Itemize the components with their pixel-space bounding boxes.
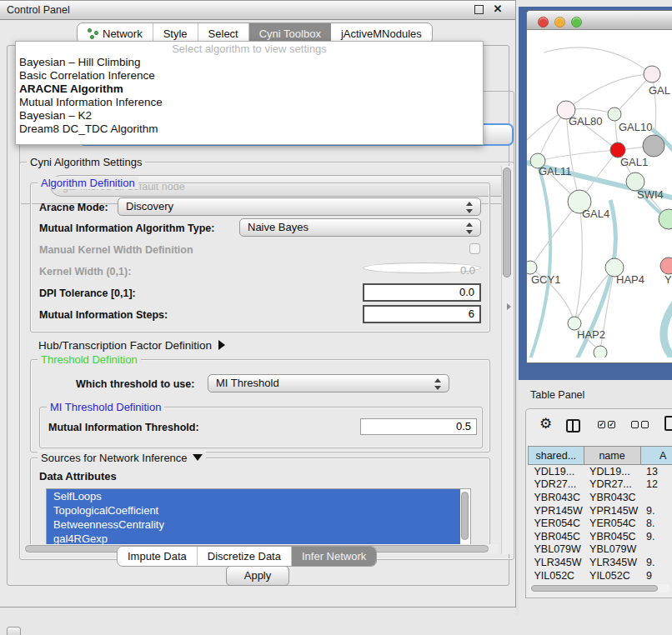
column-header[interactable]: name (584, 447, 640, 465)
table-row[interactable]: YBR043CYBR043C (529, 491, 672, 504)
algorithm-option[interactable]: Mutual Information Inference (16, 96, 483, 109)
mi-type-value: Naive Bayes (248, 221, 308, 233)
data-attributes-list[interactable]: SelfLoopsTopologicalCoefficientBetweenne… (46, 488, 471, 550)
table-cell: YBR045C (529, 530, 584, 543)
kernel-width-label: Kernel Width (0,1): (39, 266, 131, 278)
node-gray[interactable] (643, 135, 664, 157)
mi-threshold-definition-title: MI Threshold Definition (47, 401, 164, 413)
which-threshold-combo[interactable]: MI Threshold (208, 374, 449, 392)
which-threshold-value: MI Threshold (216, 377, 279, 389)
node-label: GCY1 (531, 273, 560, 286)
table-row[interactable]: YER054CYER054C8. (529, 517, 672, 530)
scrollbar-thumb[interactable] (461, 492, 469, 540)
data-attributes-label: Data Attributes (39, 470, 117, 482)
table-cell: 9. (640, 530, 672, 543)
node-label: SWI4 (637, 188, 664, 201)
table-cell: YBR045C (584, 530, 640, 543)
gear-icon[interactable]: ⚙ (539, 417, 552, 431)
settings-group-title: Cyni Algorithm Settings (27, 156, 145, 168)
float-window-icon[interactable] (474, 5, 484, 14)
mi-type-combo[interactable]: Naive Bayes (239, 218, 481, 237)
network-edge (544, 48, 652, 74)
network-view-window: GALGAL80GAL10GAL1GAL11SWI4GAL4GCY1HAP4YH… (526, 10, 672, 363)
apply-button[interactable]: Apply (226, 566, 289, 586)
list-vertical-scrollbar[interactable] (460, 490, 469, 550)
node-GCY1[interactable] (527, 261, 537, 274)
algorithm-dropdown-popup: Select algorithm to view settings Bayesi… (15, 41, 484, 145)
node-label: HAP4 (616, 273, 644, 286)
minimized-panel-button[interactable] (7, 627, 21, 635)
table-cell: 12 (640, 478, 672, 492)
table-cell: 9 (640, 569, 672, 582)
select-all-icon[interactable]: ✓ ✓ (598, 421, 615, 428)
close-traffic-light-icon[interactable] (538, 17, 549, 28)
table-cell: YDL19... (584, 465, 640, 478)
deselect-all-icon[interactable] (631, 421, 649, 428)
dpi-tolerance-field[interactable]: 0.0 (363, 283, 481, 302)
expander-collapsed-icon (218, 340, 225, 350)
algorithm-option[interactable]: Dream8 DC_TDC Algorithm (16, 122, 483, 136)
algorithm-option[interactable]: Basic Correlation Inference (16, 69, 483, 82)
table-cell: YIL052C (529, 569, 584, 582)
threshold-definition-group: Threshold Definition Which threshold to … (30, 359, 490, 452)
zoom-traffic-light-icon[interactable] (571, 17, 582, 28)
table-horizontal-scrollbar[interactable] (529, 584, 669, 592)
table-row[interactable]: YIL052CYIL052C9 (529, 569, 672, 582)
scrollbar-thumb[interactable] (531, 585, 658, 592)
document-icon[interactable] (664, 416, 672, 431)
tab-infer-network[interactable]: Infer Network (292, 547, 376, 566)
minimize-traffic-light-icon[interactable] (554, 17, 565, 28)
control-panel-titlebar: Control Panel ✕ (0, 1, 515, 20)
attribute-item[interactable]: TopologicalCoefficient (47, 503, 460, 518)
table-cell: 13 (640, 465, 672, 478)
network-canvas[interactable]: GALGAL80GAL10GAL1GAL11SWI4GAL4GCY1HAP4YH… (527, 29, 672, 358)
kernel-width-field[interactable]: 0.0 (363, 262, 481, 273)
table-cell: 9. (640, 504, 672, 518)
table-cell (640, 543, 672, 557)
divider-collapse-icon[interactable] (507, 303, 511, 310)
table-row[interactable]: YBR045CYBR045C9. (529, 530, 672, 543)
manual-kernel-checkbox[interactable] (469, 243, 480, 254)
table-cell: YDR27... (529, 478, 584, 492)
sources-title-text: Sources for Network Inference (41, 452, 188, 464)
table-cell: YBL079W (529, 543, 584, 557)
tab-discretize-data[interactable]: Discretize Data (198, 547, 292, 566)
table-row[interactable]: YPR145WYPR145W9. (529, 504, 672, 518)
table-panel-region: Table Panel ⚙ ✓ ✓ shared...nameA YDL19..… (519, 380, 672, 635)
split-view-icon[interactable] (566, 419, 580, 432)
node-GAL10[interactable] (608, 108, 621, 121)
sources-group-title[interactable]: Sources for Network Inference (38, 452, 206, 464)
table-row[interactable]: YDR27...YDR27...12 (529, 478, 672, 492)
mi-steps-field[interactable]: 6 (363, 305, 481, 323)
table-row[interactable]: YBL079WYBL079W (529, 543, 672, 557)
node-pink-top[interactable] (644, 66, 660, 82)
table-row[interactable]: YDL19...YDL19...13 (529, 465, 672, 478)
algorithm-option[interactable]: ARACNE Algorithm (16, 82, 483, 96)
unchecked-box-icon (631, 421, 639, 428)
settings-vertical-scrollbar[interactable] (501, 166, 513, 554)
network-desktop: GALGAL80GAL10GAL1GAL11SWI4GAL4GCY1HAP4YH… (519, 7, 672, 380)
which-threshold-label: Which threshold to use: (76, 378, 194, 390)
table-cell: YER054C (529, 517, 584, 530)
node-salmon[interactable] (660, 258, 672, 274)
attribute-item[interactable]: BetweennessCentrality (47, 518, 460, 532)
scrollbar-thumb[interactable] (503, 168, 511, 278)
close-icon[interactable]: ✕ (492, 3, 504, 15)
attribute-item[interactable]: SelfLoops (47, 489, 460, 503)
algorithm-option[interactable]: Bayesian – K2 (16, 109, 483, 122)
aracne-mode-combo[interactable]: Discovery (118, 198, 481, 216)
table-panel: ⚙ ✓ ✓ shared...nameA YDL19...YDL19...13Y… (525, 408, 672, 598)
algorithm-option[interactable]: Bayesian – Hill Climbing (16, 56, 483, 69)
column-header[interactable]: A (640, 447, 672, 465)
node-label: GAL10 (619, 121, 652, 133)
node-label: Y (664, 273, 672, 286)
mi-threshold-field[interactable]: 0.5 (360, 418, 477, 435)
table-row[interactable]: YLR345WYLR345W9. (529, 556, 672, 569)
tab-impute-data[interactable]: Impute Data (118, 547, 198, 566)
hub-factor-expander[interactable]: Hub/Transcription Factor Definition (38, 339, 225, 352)
column-header[interactable]: shared... (529, 447, 584, 465)
node-bottom[interactable] (594, 346, 607, 358)
table-cell: 9. (640, 556, 672, 569)
table-cell: YIL052C (584, 569, 640, 582)
aracne-mode-value: Discovery (126, 200, 173, 212)
